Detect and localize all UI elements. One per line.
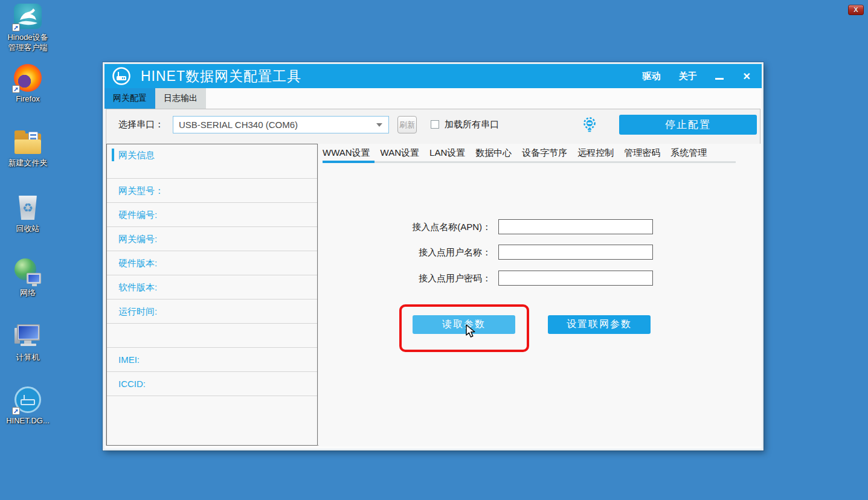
subtab-remote[interactable]: 远程控制 [577,147,614,159]
desktop-icon-firefox[interactable]: ➚ Firefox [0,64,56,104]
info-row-uptime: 运行时间: [107,300,317,324]
apn-user-label: 接入点用户名称： [352,247,491,258]
recycle-bin-icon: ♻ [13,194,42,222]
load-all-ports-label: 加载所有串口 [445,119,499,130]
desktop-icon-new-folder[interactable]: 新建文件夹 [0,128,56,168]
subtab-datacenter[interactable]: 数据中心 [475,147,512,159]
info-row-iccid: ICCID: [107,372,317,396]
subtab-active-indicator [323,161,375,163]
minimize-button[interactable] [715,78,724,80]
subtab-lan[interactable]: LAN设置 [429,147,465,159]
chevron-down-icon [376,123,382,127]
desktop-icon-network[interactable]: 网络 [0,258,56,298]
info-row-hw-version: 硬件版本: [107,251,317,275]
hinode-client-icon: ➚ [13,2,42,30]
subtab-wan[interactable]: WAN设置 [381,147,419,159]
firefox-icon: ➚ [13,64,42,92]
main-container: 选择串口： USB-SERIAL CH340 (COM6) 刷新 加载所有串口 … [106,109,760,446]
info-panel-header: 网关信息 [118,150,155,161]
desktop-icon-label: Hinode设备 [7,32,48,42]
driver-menu[interactable]: 驱动 [643,71,661,82]
main-tab-bar: 网关配置 日志输出 [104,88,762,109]
info-row-model: 网关型号： [107,179,317,203]
desktop-icon-hinet-dg[interactable]: ➚ HINET.DG... [0,386,56,426]
serial-port-value: USB-SERIAL CH340 (COM6) [173,120,376,130]
folder-icon [13,128,42,156]
tab-gateway-config[interactable]: 网关配置 [104,88,155,109]
desktop-icon-label: 新建文件夹 [8,158,48,168]
load-all-ports-checkbox[interactable] [431,120,439,129]
subtab-byteorder[interactable]: 设备字节序 [522,147,567,159]
apn-input[interactable] [498,219,653,234]
network-icon [13,258,42,286]
apn-user-input[interactable] [498,245,653,260]
app-window: HINET数据网关配置工具 驱动 关于 ✕ 网关配置 日志输出 选择串口： US… [103,62,764,450]
desktop-icon-label: 回收站 [16,223,40,234]
desktop-icon-hinode-client[interactable]: ➚ Hinode设备 管理客户端 [0,2,56,53]
about-menu[interactable]: 关于 [679,71,697,82]
shortcut-arrow-icon: ➚ [12,24,20,31]
set-network-params-button[interactable]: 设置联网参数 [548,315,651,334]
computer-icon [13,322,42,350]
desktop-icon-label: Firefox [16,94,40,104]
port-select-label: 选择串口： [118,119,164,130]
close-button[interactable]: ✕ [743,71,751,82]
subtab-track [323,161,736,163]
mouse-cursor [465,324,478,341]
settings-tab-bar: WWAN设置 WAN设置 LAN设置 数据中心 设备字节序 远程控制 管理密码 … [323,147,707,159]
info-row-imei: IMEI: [107,348,317,372]
apn-password-input[interactable] [498,271,653,286]
apn-password-label: 接入点用户密码： [352,273,491,284]
router-app-icon [112,66,131,86]
settings-region: WWAN设置 WAN设置 LAN设置 数据中心 设备字节序 远程控制 管理密码 … [319,144,761,446]
hinet-dg-icon: ➚ [13,386,42,414]
tip-bulb-icon [582,117,597,136]
subtab-password[interactable]: 管理密码 [624,147,660,159]
desktop-icon-recycle-bin[interactable]: ♻ 回收站 [0,194,56,234]
refresh-button[interactable]: 刷新 [397,116,417,133]
titlebar[interactable]: HINET数据网关配置工具 驱动 关于 ✕ [104,64,762,88]
shortcut-arrow-icon: ➚ [12,85,20,93]
serial-port-select[interactable]: USB-SERIAL CH340 (COM6) [173,116,389,133]
desktop-icon-label: 管理客户端 [7,42,48,53]
desktop-icon-label: 计算机 [16,352,40,362]
stop-config-button[interactable]: 停止配置 [619,115,757,135]
apn-label: 接入点名称(APN)： [352,222,491,233]
tab-log-output[interactable]: 日志输出 [155,88,206,109]
accent-bar [112,149,114,161]
window-title: HINET数据网关配置工具 [141,67,301,86]
desktop-icon-label: 网络 [20,287,36,298]
info-row-gw-number: 网关编号: [107,227,317,251]
info-row-hw-number: 硬件编号: [107,203,317,227]
desktop-icon-label: HINET.DG... [6,415,50,426]
shortcut-arrow-icon: ➚ [12,407,20,415]
session-close-button[interactable]: X [848,5,864,15]
subtab-wwan[interactable]: WWAN设置 [323,147,370,159]
desktop-icon-computer[interactable]: 计算机 [0,322,56,362]
gateway-info-panel: 网关信息 网关型号： 硬件编号: 网关编号: 硬件版本: 软件版本: 运行时间:… [106,144,318,446]
info-row-empty [107,324,317,348]
info-row-sw-version: 软件版本: [107,275,317,300]
subtab-system[interactable]: 系统管理 [670,147,707,159]
